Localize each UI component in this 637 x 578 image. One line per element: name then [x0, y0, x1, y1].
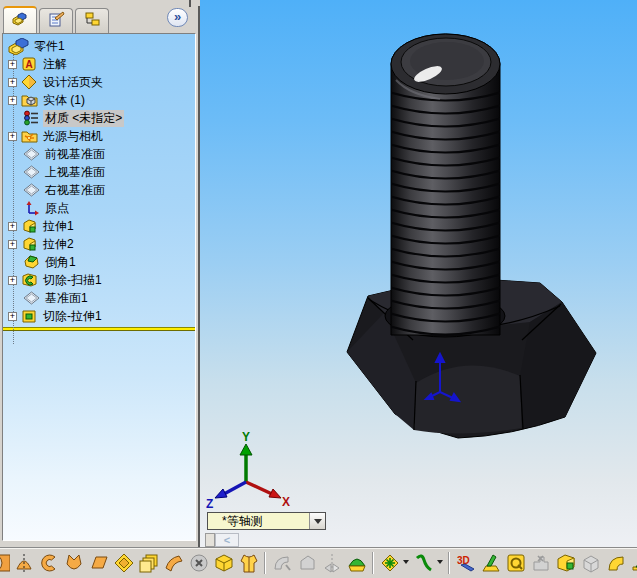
extrude-boss-icon[interactable] [554, 551, 578, 575]
dome-icon[interactable] [345, 551, 369, 575]
fillet-disabled-icon[interactable] [270, 551, 294, 575]
scroll-left-icon[interactable]: < [215, 533, 239, 547]
tree-row-front-plane[interactable]: 前视基准面 [3, 145, 195, 163]
sweep-icon[interactable] [37, 551, 61, 575]
curve-icon[interactable] [412, 551, 436, 575]
tree-row-plane1[interactable]: 基准面1 [3, 289, 195, 307]
chamfer-disabled-icon[interactable] [295, 551, 319, 575]
tree-row-lights-cameras[interactable]: + 光源与相机 [3, 127, 195, 145]
solid-bodies-folder-icon [21, 92, 38, 108]
tree-row-label: 设计活页夹 [41, 74, 105, 91]
rib-vest-icon[interactable] [237, 551, 261, 575]
propertymanager-icon [47, 11, 65, 31]
3d-sketch-icon[interactable]: 3D [454, 551, 478, 575]
flex-icon[interactable] [162, 551, 186, 575]
tree-row-cut-sweep1[interactable]: + 切除-扫描1 [3, 271, 195, 289]
derived-part-icon[interactable] [504, 551, 528, 575]
partial-edge-icon[interactable] [0, 551, 11, 575]
expand-plus-icon[interactable]: + [8, 78, 17, 87]
expand-plus-icon[interactable]: + [8, 312, 17, 321]
featuremanager-icon [11, 11, 29, 31]
expand-plus-icon[interactable]: + [8, 240, 17, 249]
sketch-driven-icon[interactable] [479, 551, 503, 575]
tree-row-label: 零件1 [32, 38, 67, 55]
chevron-down-icon [314, 519, 322, 528]
origin-icon [23, 200, 40, 216]
loft-icon[interactable] [62, 551, 86, 575]
feature-tree: 零件1 + A 注解 + 设计活页夹 [2, 33, 196, 541]
tree-row-top-plane[interactable]: 上视基准面 [3, 163, 195, 181]
boundary-boss-icon[interactable] [87, 551, 111, 575]
part-icon [7, 38, 29, 55]
tree-row-annotations[interactable]: + A 注解 [3, 55, 195, 73]
tree-row-material[interactable]: 材质 <未指定> [3, 109, 195, 127]
view-orientation-value: *等轴测 [208, 513, 309, 530]
splitter-grip[interactable] [205, 533, 215, 547]
tree-row-part[interactable]: 零件1 [3, 37, 195, 55]
tree-row-extrude2[interactable]: + 拉伸2 [3, 235, 195, 253]
bolt-model[interactable]: Y X Z [200, 0, 637, 547]
feature-manager-panel: » 零件1 + A 注解 [0, 0, 200, 547]
expand-plus-icon[interactable]: + [8, 132, 17, 141]
annotations-icon: A [21, 56, 38, 72]
propertymanager-tab[interactable] [39, 8, 73, 33]
sphere-disabled-icon[interactable] [187, 551, 211, 575]
mirror-disabled-icon[interactable] [320, 551, 344, 575]
tree-row-solid-bodies[interactable]: + 实体 (1) [3, 91, 195, 109]
featuremanager-tab[interactable] [3, 6, 37, 33]
svg-text:A: A [25, 59, 32, 70]
triad-y-label: Y [242, 430, 250, 444]
threaded-shaft[interactable] [389, 34, 502, 335]
design-binder-icon [21, 74, 38, 90]
tree-row-label: 光源与相机 [41, 128, 105, 145]
rollback-bar[interactable] [3, 327, 195, 331]
configurationmanager-icon [83, 11, 101, 31]
tree-row-cut-extrude1[interactable]: + 切除-拉伸1 [3, 307, 195, 325]
reference-point-icon[interactable] [378, 551, 402, 575]
tree-row-label: 注解 [41, 56, 69, 73]
plane-icon [23, 290, 40, 306]
tree-row-label: 切除-拉伸1 [41, 308, 104, 325]
revolve-boss-icon[interactable] [12, 551, 36, 575]
view-orientation-combo[interactable]: *等轴测 [207, 512, 326, 530]
tree-row-label: 拉伸1 [41, 218, 76, 235]
dropdown-arrow-icon[interactable] [437, 560, 443, 567]
solidworks-window: » 零件1 + A 注解 [0, 0, 637, 578]
expand-plus-icon[interactable]: + [8, 222, 17, 231]
tree-row-chamfer1[interactable]: 倒角1 [3, 253, 195, 271]
tree-row-label: 实体 (1) [41, 92, 87, 109]
extruded-surface-icon[interactable] [112, 551, 136, 575]
tree-row-label: 原点 [43, 200, 71, 217]
expand-plus-icon[interactable]: + [8, 60, 17, 69]
pane-splitter[interactable]: < [205, 533, 239, 547]
cut-sweep-icon [21, 272, 38, 288]
tree-row-right-plane[interactable]: 右视基准面 [3, 181, 195, 199]
graphics-viewport[interactable]: Y X Z *等轴测 < [200, 0, 637, 547]
panel-collapse-button[interactable]: » [167, 8, 188, 27]
fillet-icon[interactable] [604, 551, 628, 575]
tree-row-label: 倒角1 [43, 254, 78, 271]
tree-row-extrude1[interactable]: + 拉伸1 [3, 217, 195, 235]
toolbar-separator [448, 552, 450, 574]
disabled-feature-icon[interactable] [529, 551, 553, 575]
cut-extrude-icon [21, 308, 38, 324]
tree-row-label: 右视基准面 [43, 182, 107, 199]
extrude-icon [21, 218, 38, 234]
expand-plus-icon[interactable]: + [8, 276, 17, 285]
toolbar-separator [264, 552, 266, 574]
tree-row-origin[interactable]: 原点 [3, 199, 195, 217]
linear-pattern-icon[interactable] [137, 551, 161, 575]
chamfer-icon [23, 254, 40, 270]
combo-dropdown-button[interactable] [309, 513, 325, 529]
tree-row-label: 材质 <未指定> [43, 110, 124, 127]
tree-row-label: 切除-扫描1 [41, 272, 104, 289]
wrap-icon[interactable] [212, 551, 236, 575]
material-icon [23, 110, 40, 126]
draft-icon[interactable] [629, 551, 637, 575]
tree-row-design-binder[interactable]: + 设计活页夹 [3, 73, 195, 91]
configurationmanager-tab[interactable] [75, 8, 109, 33]
shell-disabled-icon[interactable] [579, 551, 603, 575]
dropdown-arrow-icon[interactable] [403, 560, 409, 567]
expand-plus-icon[interactable]: + [8, 96, 17, 105]
plane-icon [23, 182, 40, 198]
